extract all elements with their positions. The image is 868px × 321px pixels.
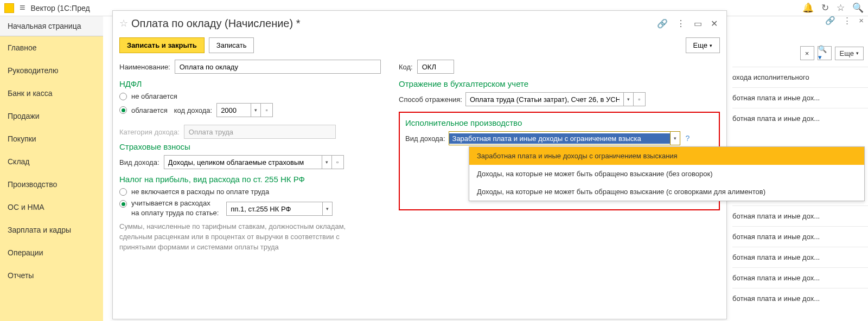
nalog-yes-label-2: на оплату труда по статье: <box>131 209 219 217</box>
bg-close-filter-button[interactable]: × <box>800 46 814 60</box>
open-dialog-icon[interactable]: ▫ <box>260 104 272 117</box>
reflect-label: Способ отражения: <box>399 95 462 104</box>
ispol-vid-selected: Заработная плата и иные доходы с огранич… <box>449 133 670 144</box>
history-icon[interactable]: ↻ <box>821 2 829 14</box>
dropdown-option[interactable]: Доходы, на которые не может быть обращен… <box>469 183 864 201</box>
kebab-icon[interactable]: ⋮ <box>676 18 685 29</box>
name-label: Наименование: <box>119 63 170 71</box>
sidebar-item[interactable]: Банк и касса <box>0 82 103 105</box>
sidebar-item[interactable]: Главное <box>0 36 103 59</box>
dialog-window: ☆ Оплата по окладу (Начисление) * 🔗 ⋮ ▭ … <box>112 10 727 319</box>
highlighted-ispol-area: Исполнительное производство Вид дохода: … <box>399 112 720 210</box>
nalog-hint: Суммы, начисленные по тарифным ставкам, … <box>119 222 374 253</box>
sidebar-item[interactable]: ОС и НМА <box>0 196 103 219</box>
sidebar-item[interactable]: Склад <box>0 150 103 173</box>
nalog-article-input[interactable] <box>227 202 322 215</box>
bell-icon[interactable]: 🔔 <box>802 2 814 14</box>
bg-list-row[interactable]: ботная плата и иные дох... <box>732 226 868 247</box>
ndfl-cat-label: Категория дохода: <box>119 128 180 136</box>
ispol-dropdown: Заработная плата и иные доходы с огранич… <box>469 146 865 201</box>
name-input[interactable] <box>175 60 381 74</box>
bg-more-button[interactable]: Еще <box>835 47 864 60</box>
close-icon[interactable]: ✕ <box>711 18 718 29</box>
sidebar-item[interactable]: Отчеты <box>0 264 103 287</box>
bg-list-row[interactable]: ботная плата и иные дох... <box>732 267 868 288</box>
link-icon[interactable]: 🔗 <box>825 16 835 25</box>
ndfl-code-input[interactable] <box>217 104 251 117</box>
star-icon[interactable]: ☆ <box>837 2 845 14</box>
more-button[interactable]: Еще <box>686 37 720 53</box>
sidebar-item[interactable]: Руководителю <box>0 59 103 82</box>
ndfl-no-radio[interactable] <box>119 93 127 100</box>
maximize-icon[interactable]: ▭ <box>694 18 702 29</box>
sidebar-item[interactable]: Производство <box>0 173 103 196</box>
ndfl-no-label: не облагается <box>131 92 177 100</box>
sidebar-home[interactable]: Начальная страница <box>0 16 103 36</box>
bg-list-row[interactable]: ботная плата и иные дох... <box>732 288 868 309</box>
save-close-button[interactable]: Записать и закрыть <box>119 37 205 53</box>
ndfl-code-combo[interactable]: ▾ ▫ <box>216 103 273 117</box>
sidebar: Начальная страница Главное Руководителю … <box>0 16 103 321</box>
open-dialog-icon[interactable]: ▫ <box>633 93 645 106</box>
bg-list-row[interactable]: ботная плата и иные дох... <box>732 87 868 108</box>
reflect-section-title: Отражение в бухгалтерском учете <box>399 79 720 88</box>
chevron-down-icon[interactable]: ▾ <box>623 93 633 106</box>
bg-list-row[interactable]: ботная плата и иные дох... <box>732 206 868 226</box>
strah-section-title: Страховые взносы <box>119 142 388 151</box>
sidebar-item[interactable]: Продажи <box>0 105 103 127</box>
chevron-down-icon[interactable]: ▾ <box>322 202 332 215</box>
nalog-no-label: не включается в расходы по оплате труда <box>131 188 269 196</box>
code-input[interactable] <box>417 60 454 74</box>
hamburger-icon[interactable]: ≡ <box>20 2 25 14</box>
chevron-down-icon[interactable]: ▾ <box>670 132 680 145</box>
dialog-title: Оплата по окладу (Начисление) * <box>131 17 301 30</box>
bg-list-row[interactable]: охода исполнительного <box>732 67 868 87</box>
ndfl-code-label: код дохода: <box>174 106 212 114</box>
ndfl-yes-label: облагается <box>131 106 168 114</box>
bg-list-row[interactable]: ботная плата и иные дох... <box>732 108 868 129</box>
help-icon[interactable]: ? <box>686 134 690 143</box>
dropdown-option[interactable]: Заработная плата и иные доходы с огранич… <box>469 147 864 165</box>
close-icon[interactable]: × <box>859 16 864 25</box>
sidebar-item[interactable]: Операции <box>0 241 103 264</box>
sidebar-item[interactable]: Покупки <box>0 127 103 150</box>
bg-search-button[interactable]: 🔍 ▾ <box>818 46 832 60</box>
save-button[interactable]: Записать <box>209 37 254 53</box>
nalog-article-combo[interactable]: ▾ <box>226 202 333 216</box>
strah-vid-label: Вид дохода: <box>119 158 159 166</box>
app-logo-icon <box>4 3 14 13</box>
chevron-down-icon[interactable]: ▾ <box>322 156 331 169</box>
dropdown-option[interactable]: Доходы, на которые не может быть обращен… <box>469 165 864 183</box>
reflect-input[interactable] <box>466 93 623 106</box>
bg-list-row[interactable]: ботная плата и иные дох... <box>732 247 868 267</box>
ndfl-yes-radio[interactable] <box>119 106 127 114</box>
strah-vid-combo[interactable]: ▾ ▫ <box>164 155 344 169</box>
strah-vid-input[interactable] <box>164 156 322 169</box>
app-title: Вектор (1С:Пред <box>31 4 90 12</box>
ispol-vid-label: Вид дохода: <box>405 134 445 143</box>
link-icon[interactable]: 🔗 <box>657 18 668 29</box>
ndfl-section-title: НДФЛ <box>119 79 388 88</box>
ndfl-cat-input <box>184 125 336 139</box>
nalog-no-radio[interactable] <box>119 188 127 196</box>
kebab-icon[interactable]: ⋮ <box>843 16 851 25</box>
search-icon[interactable]: 🔍 <box>852 2 864 14</box>
nalog-section-title: Налог на прибыль, вид расхода по ст. 255… <box>119 175 388 184</box>
favorite-star-icon[interactable]: ☆ <box>119 17 128 29</box>
ispol-vid-combo[interactable]: Заработная плата и иные доходы с огранич… <box>449 131 680 145</box>
nalog-yes-label-1: учитывается в расходах <box>131 199 210 207</box>
sidebar-item[interactable]: Зарплата и кадры <box>0 219 103 241</box>
open-dialog-icon[interactable]: ▫ <box>331 156 343 169</box>
chevron-down-icon[interactable]: ▾ <box>251 104 260 117</box>
nalog-yes-radio[interactable] <box>119 200 127 208</box>
reflect-combo[interactable]: ▾ ▫ <box>465 92 646 106</box>
code-label: Код: <box>399 63 413 71</box>
ispol-section-title: Исполнительное производство <box>405 118 716 127</box>
